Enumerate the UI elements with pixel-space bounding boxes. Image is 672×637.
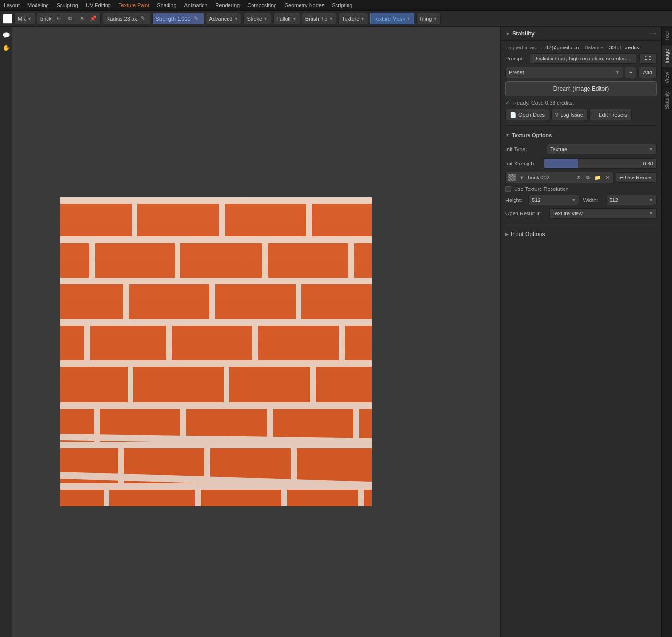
texture-delete-icon[interactable]: ✕: [603, 173, 612, 182]
brick-image: [60, 197, 372, 506]
width-label: Width:: [583, 197, 602, 203]
stroke-dropdown[interactable]: Stroke ▼: [243, 13, 271, 24]
edit-presets-icon: ≡: [594, 112, 597, 118]
texture-dropdown-icon[interactable]: ▼: [517, 173, 526, 182]
ready-text: Ready! Cost: 0.33 credits.: [513, 100, 574, 106]
texture-new-icon[interactable]: ⧉: [584, 173, 592, 182]
ready-row: ✓ Ready! Cost: 0.33 credits.: [505, 99, 657, 106]
action-row: 📄 Open Docs ? Log Issue ≡ Edit Presets: [505, 109, 657, 120]
texture-mask-label: Texture Mask: [373, 16, 405, 22]
color-swatch[interactable]: [3, 14, 12, 24]
init-type-chevron: ▼: [649, 147, 653, 152]
blend-mode-chevron: ▼: [27, 16, 32, 21]
prompt-strength[interactable]: 1.0: [639, 53, 657, 64]
dream-button[interactable]: Dream (Image Editor): [505, 81, 657, 96]
width-value: 512: [610, 197, 618, 203]
texture-dropdown[interactable]: Texture ▼: [338, 13, 368, 24]
nav-item-sculpting[interactable]: Sculpting: [57, 2, 78, 8]
strength-value: 1.000: [177, 16, 191, 22]
brush-name-bar: brick ⊙ ⧉ ✕ 📌: [37, 13, 101, 24]
texture-options-toggle[interactable]: ▼: [505, 133, 510, 138]
chat-tool-btn[interactable]: 💬: [1, 30, 12, 40]
preset-add-label: Add: [643, 70, 652, 75]
texture-selector-row: ▼ brick.002 ⊙ ⧉ 📁 ✕ ↩ Use Render: [505, 172, 657, 183]
dream-button-label: Dream (Image Editor): [553, 85, 609, 92]
right-tab-tool[interactable]: Tool: [662, 27, 672, 45]
open-result-dropdown[interactable]: Texture View ▼: [549, 208, 657, 219]
radius-edit-icon[interactable]: ✎: [138, 14, 147, 23]
texture-folder-icon[interactable]: 📁: [593, 173, 602, 182]
brush-icon-pin[interactable]: 📌: [89, 14, 97, 23]
use-render-btn[interactable]: ↩ Use Render: [616, 172, 657, 183]
canvas-area[interactable]: [12, 27, 500, 637]
init-type-dropdown[interactable]: Texture ▼: [547, 144, 657, 154]
width-field[interactable]: 512 ▼: [606, 195, 657, 205]
log-issue-btn[interactable]: ? Log Issue: [551, 109, 588, 120]
preset-add-label-btn[interactable]: Add: [638, 67, 657, 78]
nav-item-layout[interactable]: Layout: [4, 2, 20, 8]
panel-options-dots[interactable]: ⋯: [650, 30, 657, 37]
brush-tip-dropdown[interactable]: Brush Tip ▼: [302, 13, 336, 24]
use-texture-res-label: Use Texture Resolution: [514, 186, 569, 192]
logged-in-row: Logged in as: ...42@gmail.com Balance: 3…: [505, 45, 657, 50]
brush-icon-delete[interactable]: ✕: [77, 14, 86, 23]
section-divider-2: [505, 224, 657, 224]
tiling-dropdown[interactable]: Tiling ▼: [416, 13, 441, 24]
stability-toggle-arrow[interactable]: ▼: [505, 31, 510, 36]
stability-title: ▼ Stability: [505, 30, 535, 37]
brush-icon-copy[interactable]: ⊙: [54, 14, 63, 23]
nav-item-geometry-nodes[interactable]: Geometry Nodes: [284, 2, 324, 8]
nav-item-compositing[interactable]: Compositing: [247, 2, 276, 8]
nav-item-shading[interactable]: Shading: [157, 2, 176, 8]
input-options-expand[interactable]: ▶: [505, 232, 509, 236]
radius-control[interactable]: Radius 23 px ✎: [103, 13, 150, 24]
prompt-row: Prompt: 1.0: [505, 53, 657, 64]
open-docs-btn[interactable]: 📄 Open Docs: [505, 109, 549, 120]
init-type-value: Texture: [550, 146, 567, 152]
edit-presets-btn[interactable]: ≡ Edit Presets: [589, 109, 632, 120]
texture-chevron: ▼: [360, 16, 365, 21]
nav-item-uv-editing[interactable]: UV Editing: [86, 2, 111, 8]
balance-label: Balance:: [585, 45, 605, 50]
right-tabs: Tool Image View Stability: [661, 27, 672, 637]
use-texture-res-checkbox[interactable]: [505, 186, 511, 192]
init-type-row: Init Type: Texture ▼: [505, 144, 657, 154]
preset-add-btn[interactable]: +: [625, 67, 636, 78]
nav-item-texture-paint[interactable]: Texture Paint: [119, 2, 149, 8]
brush-name: brick: [40, 16, 51, 22]
main-area: 💬 ✋: [0, 27, 672, 637]
nav-item-rendering[interactable]: Rendering: [215, 2, 240, 8]
prompt-input[interactable]: [530, 53, 636, 64]
height-field[interactable]: 512 ▼: [528, 195, 579, 205]
stability-body: Logged in as: ...42@gmail.com Balance: 3…: [501, 41, 661, 243]
logged-in-value: ...42@gmail.com: [541, 45, 581, 50]
right-tab-view[interactable]: View: [662, 68, 672, 87]
texture-thumb: [508, 174, 516, 181]
nav-item-animation[interactable]: Animation: [184, 2, 208, 8]
nav-item-scripting[interactable]: Scripting: [332, 2, 352, 8]
texture-selector[interactable]: ▼ brick.002 ⊙ ⧉ 📁 ✕: [505, 172, 614, 183]
strength-control[interactable]: Strength 1.000 ✎: [152, 13, 204, 24]
preset-dropdown[interactable]: Preset ▼: [505, 67, 623, 78]
advanced-dropdown[interactable]: Advanced ▼: [206, 13, 242, 24]
texture-copy-icon[interactable]: ⊙: [574, 173, 583, 182]
stroke-chevron: ▼: [264, 16, 268, 21]
right-tab-stability[interactable]: Stability: [662, 87, 672, 114]
init-strength-bar[interactable]: 0.30: [544, 158, 657, 169]
right-panel: ▼ Stability ⋯ Logged in as: ...42@gmail.…: [500, 27, 661, 637]
height-chevron: ▼: [572, 198, 576, 202]
log-issue-label: Log Issue: [560, 112, 583, 118]
falloff-dropdown[interactable]: Falloff ▼: [273, 13, 300, 24]
brush-icon-new[interactable]: ⧉: [66, 14, 74, 23]
hand-tool-btn[interactable]: ✋: [1, 42, 12, 53]
strength-edit-icon[interactable]: ✎: [192, 14, 201, 23]
blend-mode-dropdown[interactable]: Mix ▼: [14, 13, 35, 24]
brick-canvas: [60, 197, 372, 506]
radius-label: Radius: [106, 16, 122, 22]
input-options-label: Input Options: [511, 231, 545, 237]
texture-mask-dropdown[interactable]: Texture Mask ▼: [370, 13, 414, 24]
texture-options-text: Texture Options: [512, 132, 552, 138]
open-docs-label: Open Docs: [518, 112, 545, 118]
nav-item-modeling[interactable]: Modeling: [27, 2, 49, 8]
right-tab-image[interactable]: Image: [662, 45, 672, 68]
